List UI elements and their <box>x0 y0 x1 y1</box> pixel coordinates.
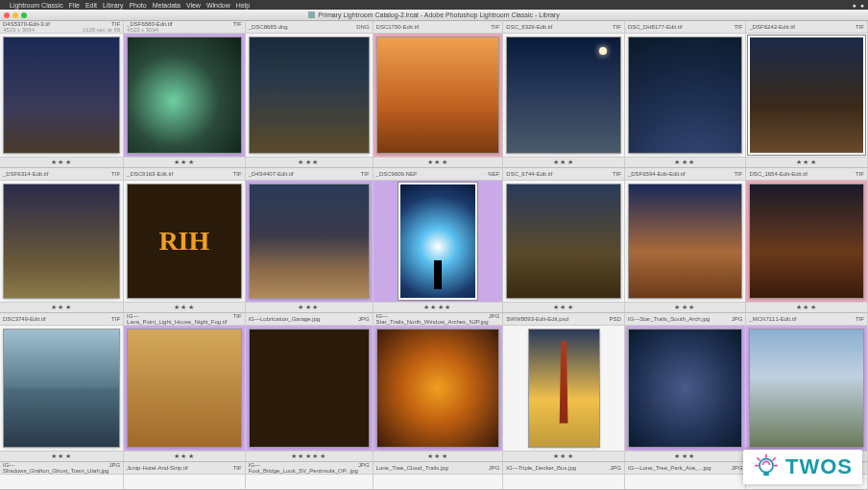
rating-stars[interactable]: ★★★ <box>298 304 320 311</box>
thumbnail-frame[interactable] <box>374 34 503 157</box>
window-controls[interactable] <box>4 12 27 18</box>
thumbnail-image[interactable] <box>629 37 742 153</box>
thumbnail-frame[interactable] <box>374 181 503 302</box>
grid-cell[interactable]: IG—Triple_Decker_Bus.jpgJPG <box>503 462 625 490</box>
thumbnail-image[interactable] <box>750 184 863 298</box>
grid-cell[interactable]: _DSF6594-Edit-Edit.tifTIF★★★ <box>625 168 747 313</box>
thumbnail-frame[interactable] <box>246 326 373 451</box>
macos-menubar[interactable]: Lightroom Classic File Edit Library Phot… <box>0 0 868 10</box>
window-titlebar[interactable]: Primary Lightroom Catalog-2.lrcat - Adob… <box>0 10 868 21</box>
thumbnail-image[interactable] <box>629 184 742 298</box>
grid-cell[interactable]: IG—Star_Trails_South_Arch.jpgJPG★★★ <box>625 313 747 462</box>
zoom-button[interactable] <box>21 12 27 18</box>
minimize-button[interactable] <box>12 12 18 18</box>
rating-stars[interactable]: ★★★ <box>427 159 449 166</box>
thumbnail-image[interactable] <box>750 330 863 447</box>
thumbnail-image[interactable] <box>750 37 863 153</box>
rating-stars[interactable]: ★★★ <box>298 159 320 166</box>
thumbnail-frame[interactable] <box>0 326 123 451</box>
thumbnail-image[interactable] <box>377 37 499 153</box>
grid-cell[interactable]: D4S5370-Edit-3.tifTIF4523 x 30941928 sec… <box>0 21 124 168</box>
thumbnail-frame[interactable] <box>124 34 245 157</box>
thumbnail-frame[interactable] <box>246 34 373 157</box>
menu-view[interactable]: View <box>186 2 201 9</box>
menu-window[interactable]: Window <box>206 2 230 9</box>
thumbnail-frame[interactable] <box>0 181 123 302</box>
thumbnail-image[interactable] <box>400 184 476 298</box>
thumbnail-frame[interactable] <box>746 181 867 302</box>
thumbnail-frame[interactable] <box>625 181 746 302</box>
grid-cell[interactable]: IG—Foot_Bridge_Look_SV_Peninsula_OP...jp… <box>246 462 374 490</box>
rating-stars[interactable]: ★★★ <box>553 304 575 311</box>
grid-cell[interactable]: _DSC8685.dngDNG★★★ <box>246 21 374 168</box>
rating-stars[interactable]: ★★★ <box>51 159 73 166</box>
grid-cell[interactable]: DSC_1654-Edit-Edit.tifTIF★★★ <box>746 168 868 313</box>
rating-stars[interactable]: ★★★ <box>174 159 196 166</box>
rating-stars[interactable]: ★★★ <box>553 159 575 166</box>
menu-app[interactable]: Lightroom Classic <box>10 2 63 9</box>
menu-help[interactable]: Help <box>236 2 250 9</box>
rating-stars[interactable]: ★★★ <box>51 453 73 460</box>
rating-stars[interactable]: ★★★ <box>674 453 696 460</box>
grid-cell[interactable]: _DSF6580-Edit.tifTIF4523 x 3094★★★ <box>124 21 246 168</box>
grid-cell[interactable]: IG—Star_Trails_North_Window_Arches_NJP.j… <box>374 313 504 462</box>
grid-cell[interactable]: _DSC9163-Edit.tifTIFRIH★★★ <box>124 168 246 313</box>
grid-cell[interactable]: _DSF6314-Edit.tifTIF★★★ <box>0 168 124 313</box>
thumbnail-image[interactable] <box>507 184 620 298</box>
thumbnail-image[interactable] <box>629 330 742 447</box>
rating-stars[interactable]: ★★★ <box>51 304 73 311</box>
thumbnail-image[interactable] <box>507 37 620 153</box>
rating-stars[interactable]: ★★★ <box>174 304 196 311</box>
thumbnail-image[interactable] <box>4 330 119 447</box>
thumbnail-frame[interactable] <box>374 326 503 451</box>
thumbnail-image[interactable] <box>377 330 499 447</box>
thumbnail-image[interactable] <box>128 330 241 447</box>
thumbnail-frame[interactable] <box>503 326 624 451</box>
close-button[interactable] <box>4 12 10 18</box>
rating-stars[interactable]: ★★★ <box>553 453 575 460</box>
thumbnail-frame[interactable] <box>503 34 624 157</box>
rating-stars[interactable]: ★★★ <box>174 453 196 460</box>
grid-cell[interactable]: DSC_8329-Edit.tifTIF★★★ <box>503 21 625 168</box>
thumbnail-frame[interactable] <box>746 326 867 451</box>
thumbnail-frame[interactable] <box>0 34 123 157</box>
grid-cell[interactable]: IG—Lone_Tree_Park_Ave_...jpgJPG <box>625 462 747 490</box>
rating-stars[interactable]: ★★★★★ <box>291 453 327 460</box>
grid-cell[interactable]: _MCN7111-Edit.tifTIF★★★ <box>746 313 868 462</box>
rating-stars[interactable]: ★★★ <box>796 304 818 311</box>
thumbnail-image[interactable] <box>128 37 241 153</box>
grid-cell[interactable]: DSC1750-Edit.tifTIF★★★ <box>374 21 504 168</box>
thumbnail-frame[interactable] <box>503 181 624 302</box>
thumbnail-image[interactable] <box>529 330 599 447</box>
grid-cell[interactable]: DSC_DH8177-Edit.tifTIF★★★ <box>625 21 747 168</box>
grid-cell[interactable]: IG—Lava_Point_Light_House_Night_Fog.tifT… <box>124 313 246 462</box>
rating-stars[interactable]: ★★★ <box>674 159 696 166</box>
rating-stars[interactable]: ★★★★ <box>423 304 452 311</box>
thumbnail-image[interactable] <box>4 184 119 298</box>
grid-cell[interactable]: _DSC9609.NEFNEF★★★★ <box>374 168 504 313</box>
thumbnail-image[interactable] <box>250 184 369 298</box>
grid-cell[interactable]: DSC3749-Edit.tifTIF★★★ <box>0 313 124 462</box>
thumbnail-image[interactable]: RIH <box>128 184 241 298</box>
grid-cell[interactable]: IG—Shadows_Grafton_Ghost_Town_Utah.jpgJP… <box>0 462 124 490</box>
thumbnail-image[interactable] <box>250 37 369 153</box>
thumbnail-frame[interactable] <box>625 34 746 157</box>
rating-stars[interactable]: ★★★ <box>427 453 449 460</box>
menu-edit[interactable]: Edit <box>85 2 97 9</box>
grid-cell[interactable]: _D4S4407-Edit.tifTIF★★★ <box>246 168 374 313</box>
rating-stars[interactable]: ★★★ <box>796 159 818 166</box>
thumbnail-frame[interactable] <box>246 181 373 302</box>
thumbnail-image[interactable] <box>250 330 369 447</box>
menu-file[interactable]: File <box>69 2 80 9</box>
grid-cell[interactable]: Junip-Hotel-And-Strip.tifTIF <box>124 462 246 490</box>
thumbnail-frame[interactable] <box>124 326 245 451</box>
menu-metadata[interactable]: Metadata <box>153 2 181 9</box>
thumbnail-frame[interactable]: RIH <box>124 181 245 302</box>
grid-cell[interactable]: DSC_6744-Edit.tifTIF★★★ <box>503 168 625 313</box>
grid-cell[interactable]: IG—Lubrication_Garage.jpgJPG★★★★★ <box>246 313 374 462</box>
grid-cell[interactable]: SWW8093-Edit-Edit.psdPSD★★★ <box>503 313 625 462</box>
grid-cell[interactable]: _DSF6242-Edit.tifTIF★★★ <box>746 21 868 168</box>
rating-stars[interactable]: ★★★ <box>674 304 696 311</box>
grid-cell[interactable]: Lone_Tree_Cloud_Trails.jpgJPG <box>374 462 504 490</box>
menu-library[interactable]: Library <box>103 2 123 9</box>
